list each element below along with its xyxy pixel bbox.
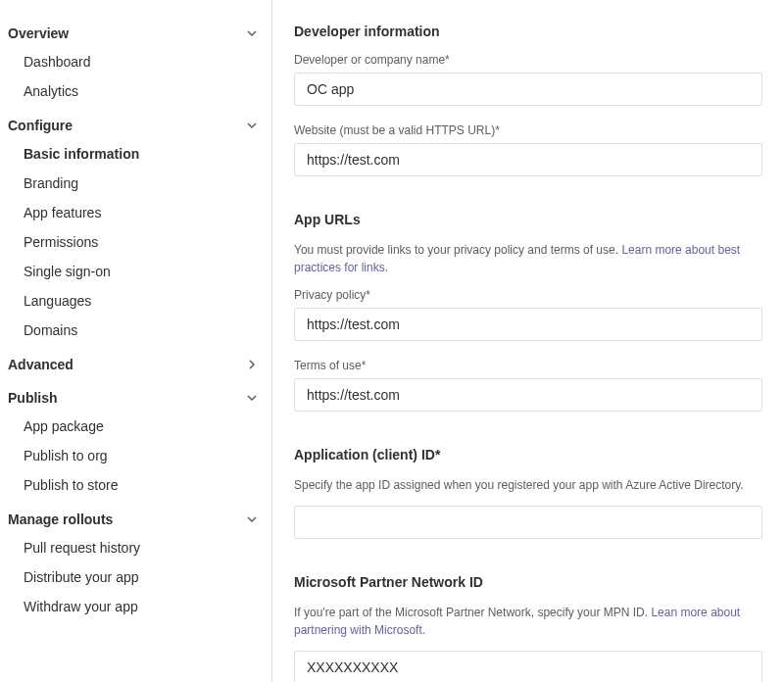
nav-header-advanced[interactable]: Advanced bbox=[0, 351, 271, 378]
section-desc-client-id: Specify the app ID assigned when you reg… bbox=[294, 476, 762, 494]
field-mpn-id bbox=[294, 651, 762, 682]
sidebar-item-languages[interactable]: Languages bbox=[0, 286, 271, 316]
website-input[interactable] bbox=[294, 143, 762, 176]
sidebar-item-pull-request-history[interactable]: Pull request history bbox=[0, 533, 271, 562]
nav-header-configure[interactable]: Configure bbox=[0, 112, 271, 139]
section-desc-mpn-id: If you're part of the Microsoft Partner … bbox=[294, 604, 762, 639]
sidebar-item-permissions[interactable]: Permissions bbox=[0, 227, 271, 257]
sidebar-item-single-sign-on[interactable]: Single sign-on bbox=[0, 257, 271, 286]
sidebar-item-distribute-your-app[interactable]: Distribute your app bbox=[0, 562, 271, 592]
sidebar-item-app-package[interactable]: App package bbox=[0, 412, 271, 441]
sidebar-item-withdraw-your-app[interactable]: Withdraw your app bbox=[0, 592, 271, 621]
section-mpn-id: Microsoft Partner Network ID If you're p… bbox=[294, 574, 762, 682]
nav-group-overview: Overview Dashboard Analytics bbox=[0, 20, 271, 106]
chevron-down-icon bbox=[246, 392, 258, 404]
section-developer-information: Developer information Developer or compa… bbox=[294, 24, 762, 176]
terms-of-use-input[interactable] bbox=[294, 378, 762, 412]
section-title-mpn-id: Microsoft Partner Network ID bbox=[294, 574, 762, 590]
nav-header-label: Configure bbox=[8, 118, 246, 133]
nav-group-configure: Configure Basic information Branding App… bbox=[0, 112, 271, 345]
client-id-input[interactable] bbox=[294, 506, 762, 539]
chevron-right-icon bbox=[246, 359, 258, 370]
chevron-down-icon bbox=[246, 27, 258, 39]
sidebar-item-publish-to-store[interactable]: Publish to store bbox=[0, 470, 271, 500]
field-label-company-name: Developer or company name* bbox=[294, 53, 762, 67]
field-label-website: Website (must be a valid HTTPS URL)* bbox=[294, 123, 762, 137]
nav-group-publish: Publish App package Publish to org Publi… bbox=[0, 384, 271, 500]
sidebar-item-dashboard[interactable]: Dashboard bbox=[0, 47, 271, 76]
nav-header-overview[interactable]: Overview bbox=[0, 20, 271, 47]
nav-header-label: Overview bbox=[8, 25, 246, 41]
mpn-id-input[interactable] bbox=[294, 651, 762, 682]
sidebar: Overview Dashboard Analytics Configure B… bbox=[0, 0, 272, 682]
sidebar-item-analytics[interactable]: Analytics bbox=[0, 76, 271, 106]
nav-header-label: Publish bbox=[8, 390, 246, 406]
sidebar-item-basic-information[interactable]: Basic information bbox=[0, 139, 271, 169]
section-desc-app-urls: You must provide links to your privacy p… bbox=[294, 241, 762, 276]
nav-header-publish[interactable]: Publish bbox=[0, 384, 271, 412]
sidebar-item-branding[interactable]: Branding bbox=[0, 169, 271, 198]
section-title-client-id: Application (client) ID* bbox=[294, 447, 762, 463]
field-label-terms-of-use: Terms of use* bbox=[294, 359, 762, 372]
nav-group-manage-rollouts: Manage rollouts Pull request history Dis… bbox=[0, 506, 271, 621]
field-terms-of-use: Terms of use* bbox=[294, 359, 762, 412]
section-client-id: Application (client) ID* Specify the app… bbox=[294, 447, 762, 539]
company-name-input[interactable] bbox=[294, 73, 762, 106]
section-title-developer-information: Developer information bbox=[294, 24, 762, 39]
chevron-down-icon bbox=[246, 120, 258, 131]
privacy-policy-input[interactable] bbox=[294, 308, 762, 341]
desc-text: You must provide links to your privacy p… bbox=[294, 243, 621, 257]
sidebar-item-domains[interactable]: Domains bbox=[0, 316, 271, 345]
field-website: Website (must be a valid HTTPS URL)* bbox=[294, 123, 762, 176]
section-app-urls: App URLs You must provide links to your … bbox=[294, 212, 762, 412]
field-company-name: Developer or company name* bbox=[294, 53, 762, 106]
chevron-down-icon bbox=[246, 513, 258, 525]
sidebar-item-app-features[interactable]: App features bbox=[0, 198, 271, 227]
main-content: Developer information Developer or compa… bbox=[272, 0, 784, 682]
nav-header-label: Advanced bbox=[8, 357, 246, 372]
field-label-privacy-policy: Privacy policy* bbox=[294, 288, 762, 302]
field-client-id bbox=[294, 506, 762, 539]
sidebar-item-publish-to-org[interactable]: Publish to org bbox=[0, 441, 271, 470]
nav-header-label: Manage rollouts bbox=[8, 512, 246, 527]
nav-group-advanced: Advanced bbox=[0, 351, 271, 378]
section-title-app-urls: App URLs bbox=[294, 212, 762, 227]
field-privacy-policy: Privacy policy* bbox=[294, 288, 762, 341]
nav-header-manage-rollouts[interactable]: Manage rollouts bbox=[0, 506, 271, 533]
desc-text: If you're part of the Microsoft Partner … bbox=[294, 606, 651, 619]
